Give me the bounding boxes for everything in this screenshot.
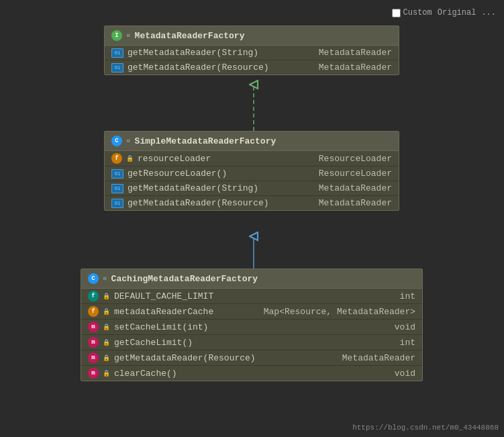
lock-icon-7: 🔒 xyxy=(103,370,110,377)
custom-checkbox[interactable] xyxy=(392,9,401,17)
field-icon-f2: f xyxy=(88,306,99,317)
method-row-getresourceloader: 01 getResourceLoader() ResourceLoader xyxy=(105,166,399,181)
caching-class-icon: C xyxy=(88,273,99,284)
method-icon-pink-3: m xyxy=(88,352,99,363)
method-row-getmetadata-res2: m 🔒 getMetadataReader(Resource) Metadata… xyxy=(81,350,422,366)
watermark: https://blog.csdn.net/m0_43448868 xyxy=(352,424,499,432)
field-row-metadata-cache: f 🔒 metadataReaderCache Map<Resource, Me… xyxy=(81,304,422,320)
method-type-setcachelimit: void xyxy=(395,322,415,332)
field-icon-teal-1: f xyxy=(88,291,99,301)
simple-box: C « SimpleMetadataReaderFactory f 🔒 reso… xyxy=(104,131,399,211)
method-type-getmetadata-res2: MetadataReader xyxy=(342,353,415,363)
interface-box: I « MetadataReaderFactory 01 getMetadata… xyxy=(104,26,399,75)
original-label: Original xyxy=(438,8,476,17)
caching-badge: « xyxy=(103,275,107,283)
field-row-default-cache: f 🔒 DEFAULT_CACHE_LIMIT int xyxy=(81,289,422,304)
method-name-2: getMetadataReader(Resource) xyxy=(128,62,315,72)
interface-icon: I xyxy=(111,30,122,41)
custom-label: Custom xyxy=(403,8,432,17)
lock-icon-3: 🔒 xyxy=(103,308,110,315)
simple-badge: « xyxy=(126,137,131,145)
simple-class-icon: C xyxy=(111,136,122,146)
method-row-getcachelimit: m 🔒 getCacheLimit() int xyxy=(81,335,422,350)
method-type-5: MetadataReader xyxy=(319,198,392,208)
method-icon-pink-2: m xyxy=(88,337,99,348)
field-name-metadata-cache: metadataReaderCache xyxy=(114,307,260,317)
field-type-default-cache: int xyxy=(400,291,415,301)
field-icon-f1: f xyxy=(111,153,122,164)
method-icon-3: 01 xyxy=(111,169,123,179)
caching-box: C « CachingMetadataReaderFactory f 🔒 DEF… xyxy=(81,269,423,381)
method-name-4: getMetadataReader(String) xyxy=(128,183,315,193)
method-name-3: getResourceLoader() xyxy=(128,168,315,179)
caching-box-header: C « CachingMetadataReaderFactory xyxy=(81,269,422,289)
method-icon-2: 01 xyxy=(111,63,123,72)
field-type-metadata-cache: Map<Resource, MetadataReader> xyxy=(264,307,415,317)
method-type-4: MetadataReader xyxy=(319,183,392,193)
field-name-default-cache: DEFAULT_CACHE_LIMIT xyxy=(114,291,396,301)
method-type-2: MetadataReader xyxy=(319,62,392,72)
method-icon-1: 01 xyxy=(111,48,123,58)
method-type-getcachelimit: int xyxy=(400,338,415,348)
method-row-clearcache: m 🔒 clearCache() void xyxy=(81,366,422,381)
method-type-clearcache: void xyxy=(395,369,415,379)
diagram-container: Custom Original ... I « MetadataReaderFa… xyxy=(0,0,504,437)
interface-box-header: I « MetadataReaderFactory xyxy=(105,26,399,46)
field-name-resourceloader: resourceLoader xyxy=(138,154,315,164)
method-row-getmetadata-str: 01 getMetadataReader(String) MetadataRea… xyxy=(105,181,399,196)
interface-badge: « xyxy=(126,32,131,40)
lock-icon-5: 🔒 xyxy=(103,339,110,346)
lock-icon-2: 🔒 xyxy=(103,293,110,300)
method-row-1: 01 getMetadataReader(String) MetadataRea… xyxy=(105,46,399,60)
method-name-clearcache: clearCache() xyxy=(114,369,391,379)
method-name-1: getMetadataReader(String) xyxy=(128,48,315,58)
method-icon-pink-1: m xyxy=(88,322,99,332)
field-row-resourceloader: f 🔒 resourceLoader ResourceLoader xyxy=(105,151,399,166)
lock-icon-1: 🔒 xyxy=(126,155,134,162)
simple-box-title: SimpleMetadataReaderFactory xyxy=(135,136,276,146)
method-row-getmetadata-res: 01 getMetadataReader(Resource) MetadataR… xyxy=(105,196,399,210)
method-type-3: ResourceLoader xyxy=(319,168,392,179)
custom-checkbox-area[interactable]: Custom xyxy=(392,8,432,17)
caching-box-title: CachingMetadataReaderFactory xyxy=(111,274,258,284)
method-type-1: MetadataReader xyxy=(319,48,392,58)
method-name-getmetadata-res2: getMetadataReader(Resource) xyxy=(114,353,338,363)
more-options[interactable]: ... xyxy=(481,8,496,17)
method-icon-5: 01 xyxy=(111,199,123,208)
method-name-setcachelimit: setCacheLimit(int) xyxy=(114,322,391,332)
interface-box-title: MetadataReaderFactory xyxy=(135,31,245,41)
method-row-2: 01 getMetadataReader(Resource) MetadataR… xyxy=(105,60,399,75)
field-type-resourceloader: ResourceLoader xyxy=(319,154,392,164)
method-row-setcachelimit: m 🔒 setCacheLimit(int) void xyxy=(81,320,422,335)
method-icon-4: 01 xyxy=(111,184,123,193)
method-name-getcachelimit: getCacheLimit() xyxy=(114,338,396,348)
method-name-5: getMetadataReader(Resource) xyxy=(128,198,315,208)
lock-icon-4: 🔒 xyxy=(103,324,110,331)
lock-icon-6: 🔒 xyxy=(103,354,110,362)
top-controls: Custom Original ... xyxy=(392,8,496,17)
method-icon-pink-4: m xyxy=(88,368,99,379)
simple-box-header: C « SimpleMetadataReaderFactory xyxy=(105,132,399,151)
